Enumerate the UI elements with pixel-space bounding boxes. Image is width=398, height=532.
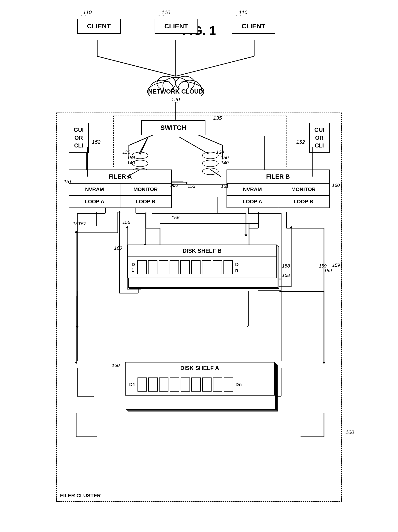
disk-b-label-left: D1 bbox=[132, 262, 135, 273]
ref-158-top: 158 bbox=[282, 263, 290, 269]
switch-box-wrapper: SWITCH 135 bbox=[141, 120, 205, 135]
svg-marker-78 bbox=[75, 230, 78, 233]
filer-b-nvram: NVRAM bbox=[227, 184, 278, 195]
disk-shelf-b-slots: D1 Dn bbox=[128, 257, 276, 278]
disk-shelf-a-slots: D1 Dn bbox=[125, 374, 274, 395]
gui-cli-left: GUIORCLI 152 bbox=[69, 123, 89, 153]
filer-b: FILER B NVRAM MONITOR LOOP A LOOP B bbox=[227, 170, 330, 208]
filer-b-title: FILER B bbox=[227, 170, 329, 184]
filer-a-loopa: LOOP A bbox=[69, 196, 120, 208]
filer-b-loopa: LOOP A bbox=[227, 196, 278, 208]
filer-a: FILER A NVRAM MONITOR LOOP A LOOP B bbox=[69, 170, 172, 208]
ref-130-left: 130 bbox=[123, 150, 130, 155]
ref-160-filerb: 160 bbox=[332, 183, 340, 188]
filer-a-row1: NVRAM MONITOR bbox=[69, 184, 171, 196]
ref-130-right: 130 bbox=[216, 150, 224, 155]
disk-shelf-b-title: DISK SHELF B bbox=[128, 245, 276, 257]
ref-150-right: 150 bbox=[221, 155, 229, 160]
ref-151-left: 151 bbox=[64, 179, 72, 184]
gui-cli-right-label: GUIORCLI bbox=[314, 126, 324, 150]
ref-135: 135 bbox=[213, 115, 222, 121]
ref-140-left: 140 bbox=[127, 160, 135, 165]
svg-marker-102 bbox=[323, 362, 325, 364]
client-label-left: CLIENT bbox=[87, 23, 111, 30]
ref-140-right: 140 bbox=[221, 160, 229, 165]
disk-shelf-a-wrapper: DISK SHELF A D1 Dn 160 bbox=[125, 362, 284, 396]
filer-a-row2: LOOP A LOOP B bbox=[69, 196, 171, 208]
ref-159-b: 159 bbox=[324, 268, 332, 273]
svg-marker-98 bbox=[126, 226, 129, 228]
ref-152-left: 152 bbox=[92, 139, 100, 145]
ref-152-right: 152 bbox=[296, 139, 305, 145]
filer-b-row2: LOOP A LOOP B bbox=[227, 196, 329, 208]
gui-cli-left-label: GUIORCLI bbox=[74, 126, 84, 150]
ref-100: 100 bbox=[346, 429, 354, 435]
ref-156-top: 156 bbox=[123, 220, 130, 225]
filer-a-nvram: NVRAM bbox=[69, 184, 120, 195]
client-label-right: CLIENT bbox=[242, 23, 265, 30]
cloud-label: NETWORK CLOUD bbox=[145, 88, 206, 96]
filer-a-loopb: LOOP B bbox=[120, 196, 171, 208]
switch-label: SWITCH bbox=[161, 124, 186, 131]
ref-156-mid: 156 bbox=[172, 215, 180, 220]
ref-160-shelfb: 160 bbox=[114, 246, 122, 251]
filer-a-monitor: MONITOR bbox=[120, 184, 171, 195]
filer-a-title: FILER A bbox=[69, 170, 171, 184]
ref-151-right: 151 bbox=[221, 184, 229, 189]
gui-cli-right: GUIORCLI 152 bbox=[309, 123, 330, 153]
disk-a-label-right: Dn bbox=[236, 382, 242, 387]
filer-b-row1: NVRAM MONITOR bbox=[227, 184, 329, 196]
ref-153: 153 bbox=[188, 184, 195, 189]
cluster-label: FILER CLUSTER bbox=[60, 493, 101, 499]
client-box-right: CLIENT bbox=[232, 19, 275, 34]
disk-shelf-b-wrapper: DISK SHELF B D1 Dn 160 bbox=[127, 245, 277, 278]
filer-b-monitor: MONITOR bbox=[278, 184, 329, 195]
cluster-outer: FILER CLUSTER 100 GUIORCLI 152 GUIORCLI … bbox=[56, 113, 342, 502]
network-cloud: NETWORK CLOUD 120 bbox=[145, 70, 206, 103]
filer-b-loopb: LOOP B bbox=[278, 196, 329, 208]
disk-b-label-right: Dn bbox=[235, 262, 238, 273]
client-box-mid: CLIENT bbox=[155, 19, 198, 34]
oval-right bbox=[202, 152, 218, 175]
ref-160-filera: 160 bbox=[170, 183, 178, 188]
ref-160-shelfa: 160 bbox=[112, 363, 120, 368]
ref-159-right: 159 bbox=[332, 263, 340, 268]
svg-marker-94 bbox=[290, 226, 292, 228]
ref-158-bot: 158 bbox=[282, 273, 290, 278]
disk-shelf-a-title: DISK SHELF A bbox=[125, 362, 274, 374]
client-label-mid: CLIENT bbox=[164, 23, 188, 30]
svg-marker-100 bbox=[75, 362, 78, 364]
client-box-left: CLIENT bbox=[77, 19, 121, 34]
switch-box: SWITCH bbox=[141, 120, 205, 135]
disk-a-label-left: D1 bbox=[129, 382, 135, 387]
ref-157-2: 157 bbox=[79, 221, 86, 227]
ref-150-left: 150 bbox=[127, 155, 135, 160]
